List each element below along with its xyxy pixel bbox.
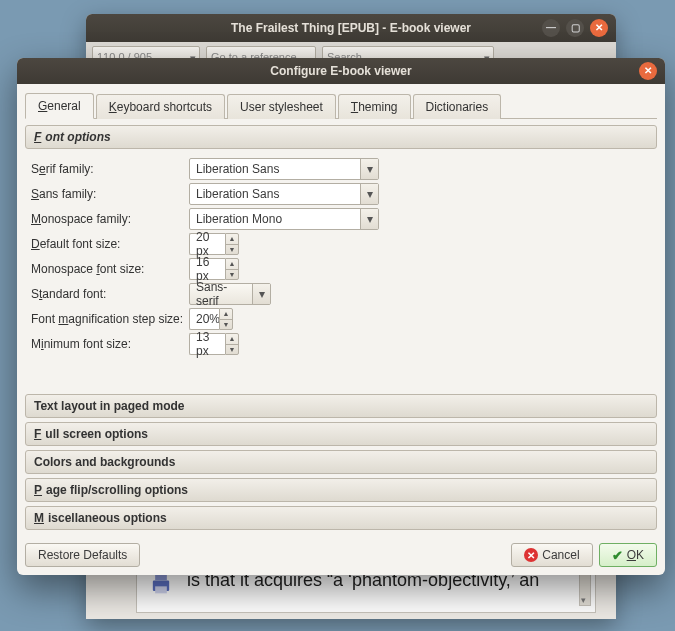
font-options-form: Serif family: Liberation Sans ▾ Sans fam… [25, 153, 657, 367]
section-colors-backgrounds[interactable]: Colors and backgrounds [25, 450, 657, 474]
minimum-font-size-stepper[interactable]: 13 px ▲▼ [189, 333, 239, 355]
label-serif-family: Serif family: [31, 162, 189, 176]
minimize-icon[interactable]: — [542, 19, 560, 37]
serif-family-combo[interactable]: Liberation Sans ▾ [189, 158, 379, 180]
label-monospace-family: Monospace family: [31, 212, 189, 226]
cancel-button[interactable]: ✕ Cancel [511, 543, 592, 567]
chevron-down-icon[interactable]: ▼ [226, 345, 238, 355]
chevron-down-icon[interactable]: ▼ [220, 320, 232, 330]
chevron-down-icon[interactable]: ▼ [226, 245, 238, 255]
section-page-flip-scrolling[interactable]: Page flip/scrolling options [25, 478, 657, 502]
sans-family-combo[interactable]: Liberation Sans ▾ [189, 183, 379, 205]
label-minimum-font-size: Minimum font size: [31, 337, 189, 351]
close-icon[interactable]: ✕ [590, 19, 608, 37]
chevron-down-icon[interactable]: ▼ [226, 270, 238, 280]
restore-defaults-button[interactable]: Restore Defaults [25, 543, 140, 567]
monospace-font-size-value: 16 px [189, 258, 225, 280]
minimum-font-size-value: 13 px [189, 333, 225, 355]
label-standard-font: Standard font: [31, 287, 189, 301]
default-font-size-value: 20 px [189, 233, 225, 255]
chevron-up-icon[interactable]: ▲ [226, 234, 238, 245]
chevron-down-icon: ▾ [360, 159, 378, 179]
section-text-layout[interactable]: Text layout in paged mode [25, 394, 657, 418]
ebook-window-title-bar: The Frailest Thing [EPUB] - E-book viewe… [86, 14, 616, 42]
section-text-layout-label: Text layout in paged mode [34, 399, 184, 413]
section-miscellaneous[interactable]: Miscellaneous options [25, 506, 657, 530]
section-font-options[interactable]: Font options [25, 125, 657, 149]
chevron-up-icon[interactable]: ▲ [226, 259, 238, 270]
label-magnification-step: Font magnification step size: [31, 312, 189, 326]
tab-dictionaries[interactable]: Dictionaries [413, 94, 502, 119]
chevron-up-icon[interactable]: ▲ [226, 334, 238, 345]
default-font-size-stepper[interactable]: 20 px ▲▼ [189, 233, 239, 255]
restore-defaults-label: Restore Defaults [38, 548, 127, 562]
standard-font-value: Sans-serif [196, 280, 248, 308]
chevron-down-icon: ▾ [360, 209, 378, 229]
cancel-icon: ✕ [524, 548, 538, 562]
section-full-screen-options[interactable]: Full screen options [25, 422, 657, 446]
label-monospace-font-size: Monospace font size: [31, 262, 189, 276]
chevron-down-icon: ▾ [360, 184, 378, 204]
chevron-up-icon[interactable]: ▲ [220, 309, 232, 320]
monospace-family-combo[interactable]: Liberation Mono ▾ [189, 208, 379, 230]
tab-keyboard-shortcuts[interactable]: Keyboard shortcuts [96, 94, 225, 119]
magnification-step-value: 20% [189, 308, 219, 330]
dialog-close-icon[interactable]: ✕ [639, 62, 657, 80]
scrollbar[interactable]: ▾ [579, 570, 591, 606]
monospace-font-size-stepper[interactable]: 16 px ▲▼ [189, 258, 239, 280]
monospace-family-value: Liberation Mono [196, 212, 282, 226]
maximize-icon[interactable]: ▢ [566, 19, 584, 37]
dialog-title-bar: Configure E-book viewer ✕ [17, 58, 665, 84]
tab-general[interactable]: General [25, 93, 94, 119]
section-colors-label: Colors and backgrounds [34, 455, 175, 469]
ebook-window-title: The Frailest Thing [EPUB] - E-book viewe… [231, 21, 471, 35]
dialog-button-row: Restore Defaults ✕ Cancel ✔ OK [17, 534, 665, 575]
check-icon: ✔ [612, 548, 623, 563]
sans-family-value: Liberation Sans [196, 187, 279, 201]
chevron-down-icon: ▾ [252, 284, 270, 304]
magnification-step-stepper[interactable]: 20% ▲▼ [189, 308, 233, 330]
label-sans-family: Sans family: [31, 187, 189, 201]
tab-user-stylesheet[interactable]: User stylesheet [227, 94, 336, 119]
svg-rect-2 [155, 586, 167, 593]
standard-font-combo[interactable]: Sans-serif ▾ [189, 283, 271, 305]
cancel-label: Cancel [542, 548, 579, 562]
configure-dialog: Configure E-book viewer ✕ General Keyboa… [17, 58, 665, 575]
tab-bar: General Keyboard shortcuts User styleshe… [25, 92, 657, 119]
ok-button[interactable]: ✔ OK [599, 543, 657, 567]
serif-family-value: Liberation Sans [196, 162, 279, 176]
dialog-title: Configure E-book viewer [270, 64, 411, 78]
tab-theming[interactable]: Theming [338, 94, 411, 119]
label-default-font-size: Default font size: [31, 237, 189, 251]
